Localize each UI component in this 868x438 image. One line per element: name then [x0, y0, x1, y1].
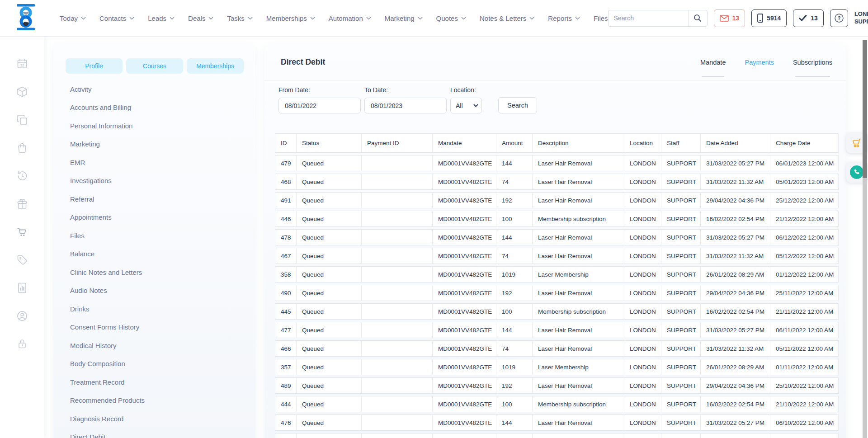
table-row[interactable]: 357 Queued MD0001VV482GTE 1019 Laser Mem…	[275, 359, 839, 375]
profile-section-item[interactable]: Audio Notes	[70, 282, 255, 300]
gift-icon[interactable]	[16, 198, 28, 210]
cell-mandate: MD0001VV482GTE	[433, 229, 496, 245]
cart-icon[interactable]	[16, 226, 28, 238]
profile-section-item[interactable]: Consent Forms History	[70, 318, 255, 337]
direct-debit-tab[interactable]: Subscriptions	[793, 59, 832, 66]
sms-notifications-button[interactable]: 5914	[751, 9, 787, 27]
cell-mandate: MD0001VV482GTE	[433, 377, 496, 394]
profile-section-item[interactable]: EMR	[70, 153, 255, 172]
nav-item[interactable]: Automation	[329, 14, 371, 22]
profile-section-item[interactable]: Medical History	[70, 336, 255, 355]
to-date-input[interactable]	[364, 98, 447, 113]
profile-section-item[interactable]: Drinks	[70, 300, 255, 318]
nav-item[interactable]: Quotes	[436, 14, 466, 22]
app-logo[interactable]	[14, 4, 38, 32]
column-header: ID	[275, 133, 297, 153]
table-row[interactable]: 358 Queued MD0001VV482GTE 1019 Laser Mem…	[275, 266, 839, 283]
profile-section-item[interactable]: Activity	[70, 80, 255, 99]
cell-payment-id	[362, 155, 433, 171]
filter-search-button[interactable]: Search	[498, 97, 537, 113]
table-row[interactable]: 479 Queued MD0001VV482GTE 144 Laser Hair…	[275, 155, 839, 171]
table-header-row: ID Status Payment ID Mandate Amount Desc…	[275, 133, 839, 153]
cell-description: Laser Hair Removal	[533, 414, 624, 431]
account-icon[interactable]	[16, 310, 28, 322]
profile-section-item[interactable]: Recommended Products	[70, 391, 255, 410]
table-row[interactable]: 477 Queued MD0001VV482GTE 144 Laser Hair…	[275, 322, 839, 338]
profile-section-item[interactable]: Treatment Record	[70, 373, 255, 391]
profile-panel-tab[interactable]: Memberships	[187, 58, 244, 74]
profile-panel-tab[interactable]: Courses	[126, 58, 183, 74]
tasks-done-button[interactable]: 13	[793, 9, 824, 27]
profile-panel-tab[interactable]: Profile	[66, 58, 123, 74]
column-header: Staff	[661, 133, 701, 153]
payments-table-container: ID Status Payment ID Mandate Amount Desc…	[275, 131, 835, 438]
table-row[interactable]: 467 Queued MD0001VV482GTE 74 Laser Hair …	[275, 248, 839, 264]
from-date-label: From Date:	[278, 86, 361, 94]
table-row[interactable]: 465 Queued MD0001VV482GTE 74 Laser Hair …	[275, 433, 839, 438]
profile-section-item[interactable]: Balance	[70, 245, 255, 264]
cell-charge-date: 25/11/2022 12:00 AM	[770, 285, 839, 301]
cell-staff: SUPPORT	[661, 266, 701, 283]
copy-icon[interactable]	[16, 114, 28, 126]
history-icon[interactable]	[16, 170, 28, 182]
table-row[interactable]: 446 Queued MD0001VV482GTE 100 Membership…	[275, 211, 839, 227]
nav-item[interactable]: Files	[594, 14, 608, 22]
nav-item[interactable]: Notes & Letters	[480, 14, 534, 22]
report-icon[interactable]	[16, 282, 28, 294]
profile-section-item[interactable]: Marketing	[70, 135, 255, 154]
profile-section-item[interactable]: Referral	[70, 190, 255, 208]
table-row[interactable]: 490 Queued MD0001VV482GTE 192 Laser Hair…	[275, 285, 839, 301]
nav-item[interactable]: Contacts	[99, 14, 134, 22]
nav-item-label: Files	[594, 14, 608, 22]
profile-section-item[interactable]: Body Composition	[70, 355, 255, 373]
nav-item[interactable]: Marketing	[385, 14, 423, 22]
cell-location: LONDON	[624, 303, 661, 320]
profile-section-item[interactable]: Diagnosis Record	[70, 410, 255, 428]
nav-item[interactable]: Memberships	[266, 14, 315, 22]
profile-section-item[interactable]: Files	[70, 226, 255, 245]
package-icon[interactable]	[16, 86, 28, 98]
table-row[interactable]: 478 Queued MD0001VV482GTE 144 Laser Hair…	[275, 229, 839, 245]
cell-id: 445	[275, 303, 297, 320]
location-select[interactable]: All	[450, 98, 482, 113]
cell-location: LONDON	[624, 248, 661, 264]
nav-item[interactable]: Tasks	[227, 14, 252, 22]
profile-section-item[interactable]: Appointments	[70, 208, 255, 227]
table-row[interactable]: 491 Queued MD0001VV482GTE 192 Laser Hair…	[275, 192, 839, 208]
cell-amount: 100	[496, 303, 533, 320]
cell-id: 466	[275, 340, 297, 357]
lock-icon[interactable]	[16, 338, 28, 350]
help-button[interactable]: ?	[830, 9, 848, 27]
price-tag-icon[interactable]: $	[16, 254, 28, 266]
nav-item[interactable]: Leads	[148, 14, 175, 22]
direct-debit-panel: Direct Debit Mandate Payments Subscripti…	[264, 44, 846, 438]
table-row[interactable]: 476 Queued MD0001VV482GTE 144 Laser Hair…	[275, 414, 839, 431]
from-date-input[interactable]	[278, 98, 361, 113]
shopping-bag-icon[interactable]	[16, 142, 28, 154]
cell-date-added: 31/03/2022 11:32 AM	[701, 433, 770, 438]
direct-debit-tab[interactable]: Payments	[745, 59, 774, 66]
table-row[interactable]: 445 Queued MD0001VV482GTE 100 Membership…	[275, 303, 839, 320]
profile-section-item[interactable]: Investigations	[70, 172, 255, 190]
cell-status: Queued	[297, 174, 362, 190]
cell-date-added: 31/03/2022 11:32 AM	[701, 340, 770, 357]
nav-item[interactable]: Today	[60, 14, 86, 22]
cell-id: 468	[275, 174, 297, 190]
profile-section-item[interactable]: Personal Information	[70, 117, 255, 135]
search-submit-button[interactable]	[688, 10, 707, 26]
table-row[interactable]: 468 Queued MD0001VV482GTE 74 Laser Hair …	[275, 174, 839, 190]
profile-section-item[interactable]: Clinic Notes and Letters	[70, 263, 255, 282]
table-row[interactable]: 466 Queued MD0001VV482GTE 74 Laser Hair …	[275, 340, 839, 357]
search-input[interactable]	[609, 14, 688, 22]
table-row[interactable]: 444 Queued MD0001VV482GTE 100 Membership…	[275, 396, 839, 412]
nav-item[interactable]: Reports	[548, 14, 580, 22]
profile-section-item[interactable]: Direct Debit	[70, 428, 255, 438]
nav-item[interactable]: Deals	[188, 14, 213, 22]
profile-section-item[interactable]: Accounts and Billing	[70, 99, 255, 117]
page-scrollbar-thumb[interactable]	[863, 40, 867, 178]
mail-notifications-button[interactable]: 13	[714, 9, 745, 27]
table-row[interactable]: 489 Queued MD0001VV482GTE 192 Laser Hair…	[275, 377, 839, 394]
calendar-icon[interactable]: 12	[16, 58, 28, 70]
direct-debit-tab[interactable]: Mandate	[700, 59, 726, 66]
cell-date-added: 29/04/2022 04:36 PM	[701, 285, 770, 301]
